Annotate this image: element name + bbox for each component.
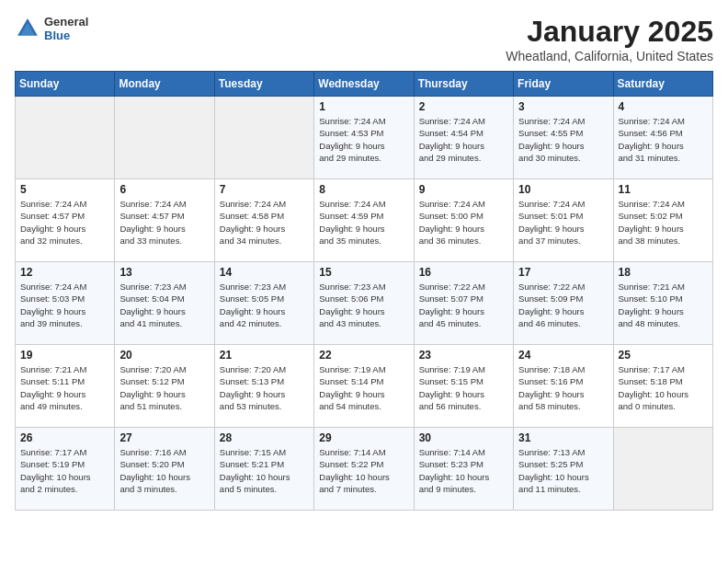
weekday-header-row: SundayMondayTuesdayWednesdayThursdayFrid…: [16, 72, 713, 97]
calendar-cell: 3Sunrise: 7:24 AM Sunset: 4:55 PM Daylig…: [514, 97, 613, 179]
day-info: Sunrise: 7:24 AM Sunset: 5:01 PM Dayligh…: [518, 198, 608, 247]
calendar-cell: 2Sunrise: 7:24 AM Sunset: 4:54 PM Daylig…: [414, 97, 513, 179]
day-number: 7: [220, 183, 309, 196]
day-number: 19: [20, 349, 109, 362]
calendar-cell: 29Sunrise: 7:14 AM Sunset: 5:22 PM Dayli…: [314, 428, 414, 511]
day-number: 31: [518, 431, 608, 444]
day-number: 22: [319, 349, 408, 362]
day-info: Sunrise: 7:22 AM Sunset: 5:09 PM Dayligh…: [518, 281, 608, 329]
logo-text: General Blue: [44, 15, 88, 42]
day-number: 6: [119, 183, 209, 196]
weekday-header: Friday: [514, 72, 613, 97]
calendar-cell: 19Sunrise: 7:21 AM Sunset: 5:11 PM Dayli…: [16, 345, 115, 428]
calendar-week-row: 19Sunrise: 7:21 AM Sunset: 5:11 PM Dayli…: [16, 345, 713, 428]
day-number: 23: [419, 349, 508, 362]
calendar-cell: 25Sunrise: 7:17 AM Sunset: 5:18 PM Dayli…: [613, 345, 712, 428]
day-info: Sunrise: 7:24 AM Sunset: 5:03 PM Dayligh…: [20, 281, 109, 329]
day-info: Sunrise: 7:17 AM Sunset: 5:19 PM Dayligh…: [20, 446, 109, 495]
day-info: Sunrise: 7:13 AM Sunset: 5:25 PM Dayligh…: [518, 446, 608, 495]
day-number: 20: [119, 349, 209, 362]
logo-icon: [15, 16, 40, 41]
calendar-cell: 16Sunrise: 7:22 AM Sunset: 5:07 PM Dayli…: [414, 262, 513, 345]
calendar-cell: 17Sunrise: 7:22 AM Sunset: 5:09 PM Dayli…: [514, 262, 613, 345]
calendar-cell: 22Sunrise: 7:19 AM Sunset: 5:14 PM Dayli…: [314, 345, 414, 428]
calendar-cell: 5Sunrise: 7:24 AM Sunset: 4:57 PM Daylig…: [16, 179, 115, 262]
calendar-cell: [115, 97, 214, 179]
day-number: 14: [220, 266, 309, 279]
calendar-cell: 8Sunrise: 7:24 AM Sunset: 4:59 PM Daylig…: [314, 179, 414, 262]
title-block: January 2025 Wheatland, California, Unit…: [506, 15, 713, 63]
calendar-cell: [214, 97, 313, 179]
page-header: General Blue January 2025 Wheatland, Cal…: [15, 15, 713, 63]
day-info: Sunrise: 7:24 AM Sunset: 4:59 PM Dayligh…: [319, 198, 408, 247]
calendar-week-row: 12Sunrise: 7:24 AM Sunset: 5:03 PM Dayli…: [16, 262, 713, 345]
day-number: 3: [518, 100, 608, 113]
day-number: 13: [119, 266, 209, 279]
day-info: Sunrise: 7:23 AM Sunset: 5:06 PM Dayligh…: [319, 281, 408, 329]
calendar-cell: 24Sunrise: 7:18 AM Sunset: 5:16 PM Dayli…: [514, 345, 613, 428]
day-number: 15: [319, 266, 408, 279]
day-number: 16: [419, 266, 508, 279]
calendar-week-row: 5Sunrise: 7:24 AM Sunset: 4:57 PM Daylig…: [16, 179, 713, 262]
calendar-cell: 27Sunrise: 7:16 AM Sunset: 5:20 PM Dayli…: [115, 428, 214, 511]
day-info: Sunrise: 7:20 AM Sunset: 5:12 PM Dayligh…: [119, 363, 209, 412]
calendar-cell: 21Sunrise: 7:20 AM Sunset: 5:13 PM Dayli…: [214, 345, 313, 428]
logo: General Blue: [15, 15, 88, 42]
day-info: Sunrise: 7:19 AM Sunset: 5:14 PM Dayligh…: [319, 363, 408, 412]
calendar-cell: [16, 97, 115, 179]
calendar-cell: 20Sunrise: 7:20 AM Sunset: 5:12 PM Dayli…: [115, 345, 214, 428]
calendar-cell: 18Sunrise: 7:21 AM Sunset: 5:10 PM Dayli…: [613, 262, 712, 345]
calendar-week-row: 1Sunrise: 7:24 AM Sunset: 4:53 PM Daylig…: [16, 97, 713, 179]
day-number: 8: [319, 183, 408, 196]
calendar-cell: 13Sunrise: 7:23 AM Sunset: 5:04 PM Dayli…: [115, 262, 214, 345]
day-info: Sunrise: 7:23 AM Sunset: 5:04 PM Dayligh…: [119, 281, 209, 329]
day-info: Sunrise: 7:14 AM Sunset: 5:23 PM Dayligh…: [419, 446, 508, 495]
day-number: 5: [20, 183, 109, 196]
weekday-header: Sunday: [16, 72, 115, 97]
day-info: Sunrise: 7:21 AM Sunset: 5:11 PM Dayligh…: [20, 363, 109, 412]
day-info: Sunrise: 7:24 AM Sunset: 5:00 PM Dayligh…: [419, 198, 508, 247]
day-info: Sunrise: 7:24 AM Sunset: 4:57 PM Dayligh…: [20, 198, 109, 247]
location: Wheatland, California, United States: [506, 49, 713, 63]
month-title: January 2025: [506, 15, 713, 49]
calendar-cell: 14Sunrise: 7:23 AM Sunset: 5:05 PM Dayli…: [214, 262, 313, 345]
day-info: Sunrise: 7:16 AM Sunset: 5:20 PM Dayligh…: [119, 446, 209, 495]
calendar-cell: 10Sunrise: 7:24 AM Sunset: 5:01 PM Dayli…: [514, 179, 613, 262]
day-info: Sunrise: 7:23 AM Sunset: 5:05 PM Dayligh…: [220, 281, 309, 329]
day-info: Sunrise: 7:24 AM Sunset: 4:56 PM Dayligh…: [619, 115, 708, 164]
day-number: 27: [119, 431, 209, 444]
day-info: Sunrise: 7:21 AM Sunset: 5:10 PM Dayligh…: [619, 281, 708, 329]
day-info: Sunrise: 7:24 AM Sunset: 4:58 PM Dayligh…: [220, 198, 309, 247]
day-number: 28: [220, 431, 309, 444]
calendar-cell: [613, 428, 712, 511]
calendar-cell: 11Sunrise: 7:24 AM Sunset: 5:02 PM Dayli…: [613, 179, 712, 262]
day-number: 29: [319, 431, 408, 444]
day-number: 21: [220, 349, 309, 362]
day-number: 25: [619, 349, 708, 362]
calendar-cell: 6Sunrise: 7:24 AM Sunset: 4:57 PM Daylig…: [115, 179, 214, 262]
calendar-table: SundayMondayTuesdayWednesdayThursdayFrid…: [15, 71, 713, 511]
day-info: Sunrise: 7:17 AM Sunset: 5:18 PM Dayligh…: [619, 363, 708, 412]
weekday-header: Thursday: [414, 72, 513, 97]
calendar-cell: 30Sunrise: 7:14 AM Sunset: 5:23 PM Dayli…: [414, 428, 513, 511]
calendar-cell: 1Sunrise: 7:24 AM Sunset: 4:53 PM Daylig…: [314, 97, 414, 179]
weekday-header: Tuesday: [214, 72, 313, 97]
day-info: Sunrise: 7:24 AM Sunset: 4:55 PM Dayligh…: [518, 115, 608, 164]
calendar-cell: 7Sunrise: 7:24 AM Sunset: 4:58 PM Daylig…: [214, 179, 313, 262]
calendar-cell: 26Sunrise: 7:17 AM Sunset: 5:19 PM Dayli…: [16, 428, 115, 511]
calendar-cell: 15Sunrise: 7:23 AM Sunset: 5:06 PM Dayli…: [314, 262, 414, 345]
day-info: Sunrise: 7:20 AM Sunset: 5:13 PM Dayligh…: [220, 363, 309, 412]
day-number: 9: [419, 183, 508, 196]
weekday-header: Wednesday: [314, 72, 414, 97]
day-info: Sunrise: 7:18 AM Sunset: 5:16 PM Dayligh…: [518, 363, 608, 412]
day-number: 17: [518, 266, 608, 279]
calendar-cell: 23Sunrise: 7:19 AM Sunset: 5:15 PM Dayli…: [414, 345, 513, 428]
calendar-cell: 9Sunrise: 7:24 AM Sunset: 5:00 PM Daylig…: [414, 179, 513, 262]
day-number: 10: [518, 183, 608, 196]
day-number: 24: [518, 349, 608, 362]
logo-blue: Blue: [44, 29, 88, 42]
day-number: 2: [419, 100, 508, 113]
weekday-header: Monday: [115, 72, 214, 97]
day-info: Sunrise: 7:24 AM Sunset: 4:53 PM Dayligh…: [319, 115, 408, 164]
day-number: 18: [619, 266, 708, 279]
